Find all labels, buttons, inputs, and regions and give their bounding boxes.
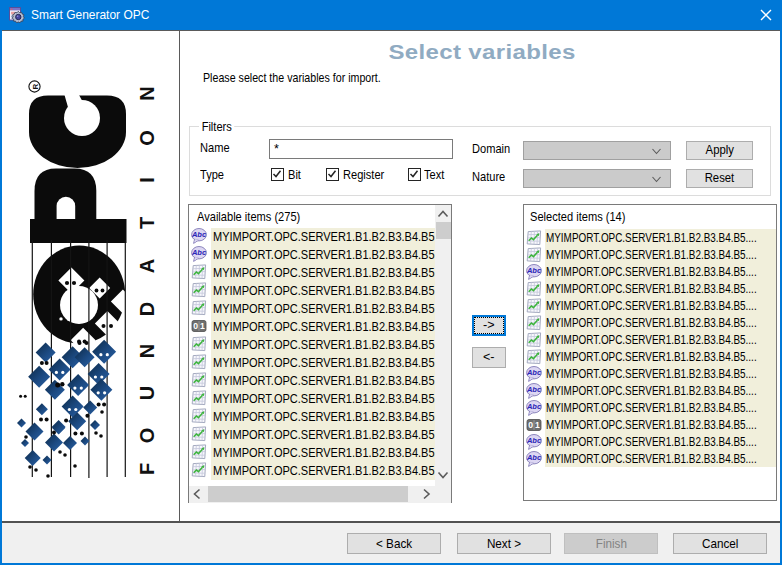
svg-text:R: R bbox=[31, 83, 40, 89]
svg-text:N: N bbox=[136, 86, 158, 100]
svg-text:D: D bbox=[136, 302, 158, 316]
svg-text:I: I bbox=[136, 177, 158, 183]
svg-text:U: U bbox=[136, 386, 158, 400]
svg-text:F: F bbox=[136, 463, 158, 475]
svg-text:N: N bbox=[136, 344, 158, 358]
svg-text:O: O bbox=[136, 130, 158, 146]
svg-text:O: O bbox=[136, 428, 158, 444]
svg-text:A: A bbox=[136, 259, 158, 273]
svg-text:T: T bbox=[136, 217, 158, 229]
